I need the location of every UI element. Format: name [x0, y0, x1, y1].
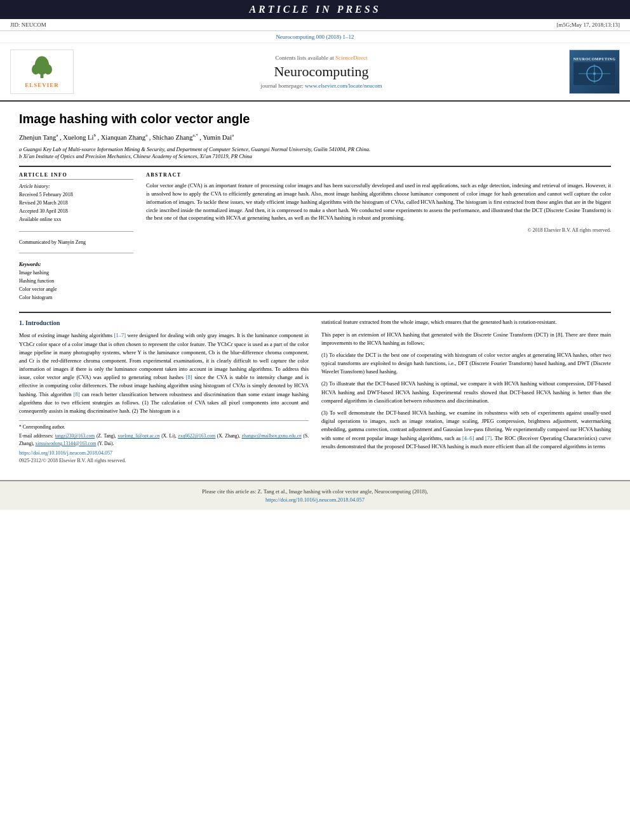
footer-citation-text: Please cite this article as: Z. Tang et …	[19, 488, 611, 504]
ref-link-8b[interactable]: [8]	[74, 391, 80, 397]
ref-link-7[interactable]: [7]	[485, 435, 492, 441]
affiliation-a: a Guangxi Key Lab of Multi-source Inform…	[19, 146, 611, 154]
journal-header: ELSEVIER Contents lists available at Sci…	[0, 43, 630, 102]
communicated-by: Communicated by Nianyin Zeng	[19, 239, 133, 245]
info-divider	[19, 231, 133, 232]
body-right-column: statistical feature extracted from the w…	[321, 318, 611, 464]
doi-link[interactable]: https://doi.org/10.1016/j.neucom.2018.04…	[19, 450, 309, 457]
doi-link-section: https://doi.org/10.1016/j.neucom.2018.04…	[19, 450, 309, 465]
available-online: Available online xxx	[19, 216, 133, 224]
svg-point-2	[32, 64, 40, 74]
author-xuelong: , Xuelong Li	[60, 134, 93, 141]
keyword-4: Color histogram	[19, 294, 133, 302]
intro-para-right1: statistical feature extracted from the w…	[321, 318, 611, 326]
email-link-5[interactable]: xinsuiwodong.13144@163.com	[35, 441, 96, 446]
email-1-name: (Z. Tang),	[97, 433, 116, 439]
keywords-section: Keywords: Image hashing Hashing function…	[19, 261, 133, 302]
jid-label: JID: NEUCOM	[10, 22, 46, 28]
intro-item2: (2) To illustrate that the DCT-based HCV…	[321, 380, 611, 405]
email-link-3[interactable]: zxq6622@163.com	[178, 433, 215, 439]
keyword-3: Color vector angle	[19, 286, 133, 294]
article-title: Image hashing with color vector angle	[19, 112, 611, 126]
email-link-4[interactable]: zhangsc@mailbox.gxnu.edu.cn	[242, 433, 302, 439]
affiliation-b: b Xi'an Institute of Optics and Precisio…	[19, 153, 611, 161]
email-label: E-mail addresses:	[19, 433, 53, 439]
author-zhenjun: Zhenjun Tang	[19, 134, 56, 141]
abstract-heading: ABSTRACT	[146, 172, 611, 178]
author-shichao: , Shichao Zhang	[149, 134, 193, 141]
ref-link-8[interactable]: [8]	[186, 374, 192, 380]
footer-doi-link[interactable]: https://doi.org/10.1016/j.neucom.2018.04…	[265, 497, 365, 503]
article-info-heading: ARTICLE INFO	[19, 172, 133, 180]
intro-item1: (1) To elucidate the DCT is the best one…	[321, 351, 611, 377]
journal-homepage-link[interactable]: www.elsevier.com/locate/neucom	[305, 83, 382, 89]
journal-homepage: journal homepage: www.elsevier.com/locat…	[80, 83, 563, 89]
svg-point-8	[593, 72, 596, 75]
journal-thumb-graphic	[572, 61, 617, 86]
journal-issue-link[interactable]: Neurocomputing 000 (2018) 1–12	[0, 32, 630, 41]
article-history-items: Received 5 February 2018 Revised 20 Marc…	[19, 191, 133, 223]
article-info-column: ARTICLE INFO Article history: Received 5…	[19, 172, 133, 302]
email-3-name: (X. Zhang),	[217, 433, 240, 439]
corresponding-author-note: * Corresponding author.	[19, 423, 309, 430]
footer-citation-bar: Please cite this article as: Z. Tang et …	[0, 480, 630, 510]
keyword-2: Hashing function	[19, 277, 133, 286]
top-meta-bar: JID: NEUCOM [m5G;May 17, 2018;13:13]	[0, 19, 630, 31]
citation-text: Please cite this article as: Z. Tang et …	[202, 488, 428, 495]
authors-line: Zhenjun Tanga , Xuelong Lib , Xianquan Z…	[19, 133, 611, 141]
ref-link-4-6[interactable]: [4–6]	[462, 435, 474, 441]
author-yumin: , Yumin Dai	[199, 134, 232, 141]
journal-title-area: Contents lists available at ScienceDirec…	[80, 55, 563, 89]
footnote-section: * Corresponding author. E-mail addresses…	[19, 420, 309, 465]
body-content: 1. Introduction Most of existing image h…	[19, 318, 611, 464]
abstract-column: ABSTRACT Color vector angle (CVA) is an …	[146, 172, 611, 302]
email-link-2[interactable]: xuelong_li@opt.ac.cn	[117, 433, 159, 439]
date-info: [m5G;May 17, 2018;13:13]	[556, 22, 620, 28]
article-in-press-banner: ARTICLE IN PRESS	[0, 0, 630, 19]
intro-para-right2: This paper is an extension of HCVA hashi…	[321, 331, 611, 347]
journal-thumbnail: NEUROCOMPUTING	[569, 50, 620, 94]
keywords-label: Keywords:	[19, 261, 133, 269]
email-addresses: E-mail addresses: tangzj230@163.com (Z. …	[19, 432, 309, 447]
received-date: Received 5 February 2018	[19, 191, 133, 199]
sciencedirect-link[interactable]: ScienceDirect	[335, 55, 367, 61]
info-divider2	[19, 253, 133, 253]
info-abstract-row: ARTICLE INFO Article history: Received 5…	[19, 172, 611, 302]
author-xianquan: , Xianquan Zhang	[98, 134, 146, 141]
email-5-name: (Y. Dai).	[97, 441, 114, 446]
elsevier-logo: ELSEVIER	[10, 50, 74, 94]
divider-thick	[19, 166, 611, 167]
copyright-notice: © 2018 Elsevier B.V. All rights reserved…	[146, 227, 611, 233]
article-history-label: Article history:	[19, 183, 133, 189]
keyword-1: Image hashing	[19, 269, 133, 277]
intro-para1: Most of existing image hashing algorithm…	[19, 331, 309, 415]
section-divider	[19, 312, 611, 313]
revised-date: Revised 20 March 2018	[19, 199, 133, 208]
elsevier-tree-icon	[26, 55, 58, 81]
elsevier-brand-text: ELSEVIER	[25, 82, 59, 88]
journal-title: Neurocomputing	[80, 63, 563, 80]
accepted-date: Accepted 30 April 2018	[19, 208, 133, 216]
affiliations: a Guangxi Key Lab of Multi-source Inform…	[19, 146, 611, 161]
body-left-column: 1. Introduction Most of existing image h…	[19, 318, 309, 464]
svg-point-3	[44, 64, 52, 74]
main-content: Image hashing with color vector angle Zh…	[0, 102, 630, 475]
abstract-text: Color vector angle (CVA) is an important…	[146, 182, 611, 222]
intro-item3: (3) To well demonstrate the DCT-based HC…	[321, 409, 611, 451]
contents-available-label: Contents lists available at ScienceDirec…	[80, 55, 563, 61]
email-2-name: (X. Li),	[161, 433, 177, 439]
email-link-1[interactable]: tangzj230@163.com	[55, 433, 95, 439]
issn-text: 0925-2312/© 2018 Elsevier B.V. All right…	[19, 457, 309, 465]
ref-link-1-7[interactable]: [1–7]	[114, 332, 126, 338]
introduction-heading: 1. Introduction	[19, 318, 309, 328]
